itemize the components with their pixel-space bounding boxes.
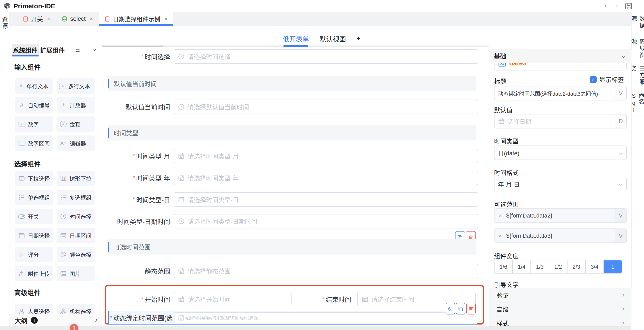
file-tab-date-example[interactable]: 日期选择组件示例 × (99, 12, 173, 26)
type-month-field[interactable]: 请选择时间类型-月 (174, 149, 478, 163)
palette-item-single-text[interactable]: A单行文本 (15, 78, 53, 94)
palette-item-auto-number[interactable]: #自动编号 (15, 97, 53, 113)
clear-icon[interactable]: × (498, 212, 502, 219)
field-label: *结束时间 (300, 292, 351, 306)
palette-item-radio-group[interactable]: 单选框组 (15, 190, 53, 205)
chevron-down-icon[interactable] (93, 48, 96, 51)
copy-field-button[interactable] (456, 303, 465, 315)
palette-section-advanced: 高级组件 (14, 287, 40, 297)
radio-group-icon (18, 194, 25, 201)
palette-item-number[interactable]: 123数字 (15, 116, 53, 132)
type-datetime-field[interactable]: 请选择时间类型-日期时间 (174, 214, 478, 228)
rail-item-resources[interactable]: 资源 (0, 12, 9, 41)
rail-item-named-sql[interactable]: 命名Sql (632, 89, 644, 116)
palette-item-currency[interactable]: ¥金额 (56, 116, 95, 132)
range-max-value: ${formData.data3} (502, 232, 615, 239)
time-type-select[interactable]: 日(date) (494, 146, 627, 160)
close-icon[interactable]: × (47, 15, 50, 22)
palette-item-color-picker[interactable]: 颜色选择 (56, 247, 95, 262)
variable-suffix-button[interactable]: V (615, 209, 626, 222)
width-option-full[interactable]: 1 (604, 260, 622, 273)
width-option-1-4[interactable]: 1/4 (513, 260, 531, 273)
dynamic-suffix-button[interactable]: D (615, 114, 626, 128)
file-tab-select[interactable]: select × (56, 12, 99, 26)
chevron-right-icon[interactable] (94, 319, 98, 322)
palette-item-label: 单行文本 (26, 82, 48, 90)
variable-suffix-button[interactable]: V (615, 86, 626, 100)
palette-item-checkbox-group[interactable]: 多选框组 (56, 190, 95, 205)
chevron-down-icon (619, 182, 622, 186)
default-time-field[interactable]: 请选择默认值当前时间 (174, 100, 478, 114)
palette-item-editor[interactable]: A≡编辑器 (56, 136, 95, 151)
inspector-header-basic[interactable]: 基础 (489, 49, 632, 63)
palette-item-time-picker[interactable]: 时间选择 (56, 209, 95, 224)
close-icon[interactable]: × (164, 15, 168, 22)
palette-item-number-range[interactable]: 1~3数字区间 (15, 136, 53, 151)
width-option-1-6[interactable]: 1/6 (494, 260, 513, 273)
width-option-1-3[interactable]: 1/3 (531, 260, 549, 273)
width-segmented-control: 1/6 1/4 1/3 1/2 2/3 3/4 1 (494, 260, 622, 274)
placeholder: 请选择开始时间 (188, 295, 230, 304)
range-min-input[interactable]: × ${formData.data2} V (494, 208, 627, 223)
placeholder: 请选择时间类型-日期时间 (188, 217, 257, 226)
palette-item-rating[interactable]: ☆评分 (15, 247, 53, 262)
info-icon[interactable]: i (31, 317, 38, 324)
title-input[interactable]: 动态绑定时间范围(选择date2-data3之间值) V (494, 86, 627, 100)
selected-field-dynamic-range[interactable]: *动态绑定时间范围(选择date2-data3之间值) 请选择动态绑定时间范围(… (108, 311, 477, 325)
nav-forward-icon[interactable] (614, 4, 618, 8)
file-tab-switch[interactable]: 开关 × (17, 12, 56, 26)
clear-icon[interactable]: × (498, 232, 502, 239)
rail-item-label: 三方服务 (630, 65, 644, 89)
delete-field-button[interactable] (466, 303, 476, 315)
app-logo-icon (3, 2, 12, 10)
star-icon: ☆ (18, 251, 26, 258)
palette-item-date-picker[interactable]: 日期选择 (15, 228, 53, 243)
left-rail: 资源 (0, 12, 10, 330)
section-validation[interactable]: 验证 (489, 288, 632, 302)
clock-icon (178, 218, 184, 224)
palette-item-tree-dropdown[interactable]: 树形下拉 (56, 171, 95, 186)
start-time-field[interactable]: 请选择开始时间 (174, 292, 292, 306)
nav-back-icon[interactable] (604, 4, 608, 8)
toggle-icon (18, 214, 25, 219)
palette-item-date-range[interactable]: 日期区间 (56, 228, 95, 243)
palette-tab-system[interactable]: 系统组件 (12, 44, 38, 56)
time-format-select[interactable]: 年-月-日 (494, 177, 627, 191)
palette-item-multi-text[interactable]: A多行文本 (56, 78, 95, 94)
file-tab-label: 日期选择组件示例 (113, 15, 160, 23)
width-option-2-3[interactable]: 2/3 (568, 260, 586, 273)
close-icon[interactable]: × (90, 15, 93, 22)
palette-menu-icon[interactable]: ☰ (75, 47, 80, 53)
field-label: 静态范围 (102, 264, 170, 278)
width-option-1-2[interactable]: 1/2 (549, 260, 567, 273)
dynamic-range-field[interactable]: 请选择动态绑定时间范围(选择开始-结束之间值) (174, 312, 476, 323)
outline-bar[interactable]: 大纲 i (10, 314, 102, 327)
palette-item-dropdown[interactable]: 下拉选择 (15, 171, 53, 186)
rail-item-datasource[interactable]: 数据源 (632, 12, 644, 35)
placeholder: 请选择时间类型-年 (188, 173, 239, 182)
palette-item-image[interactable]: 图片 (56, 266, 95, 281)
default-value-input[interactable]: 选择日期 D (494, 114, 627, 129)
title-bar: Primeton-IDE (0, 0, 644, 12)
group-header-selectable-range: 可选时间范围 (108, 239, 476, 255)
palette-tab-extended[interactable]: 扩展组件 (40, 44, 65, 56)
chevron-down-icon[interactable] (622, 54, 626, 58)
palette-item-counter[interactable]: ±计数器 (56, 97, 95, 113)
width-option-3-4[interactable]: 3/4 (586, 260, 604, 273)
palette-item-attachment-upload[interactable]: 附件上传 (15, 266, 53, 281)
time-picker-field[interactable]: 请选择时间选择 (174, 49, 478, 64)
save-icon[interactable] (625, 2, 632, 10)
bottom-scrollbar-strip[interactable] (0, 327, 631, 330)
palette-item-switch[interactable]: 开关 (15, 209, 53, 224)
chevron-right-icon (621, 308, 625, 311)
field-settings-button[interactable] (446, 303, 455, 315)
type-day-field[interactable]: 请选择时间类型-日 (174, 192, 478, 207)
variable-suffix-button[interactable]: V (615, 229, 626, 242)
rail-item-offline-resources[interactable]: 离线资源 (632, 35, 644, 62)
rail-item-thirdparty-services[interactable]: 三方服务 (632, 62, 644, 89)
type-year-field[interactable]: 请选择时间类型-年 (174, 171, 478, 185)
checkbox-checked-icon[interactable]: ✓ (590, 76, 597, 83)
static-range-field[interactable]: 请选择静态范围 (174, 264, 478, 278)
range-max-input[interactable]: × ${formData.data3} V (494, 228, 627, 243)
section-advanced[interactable]: 高级 (489, 302, 632, 316)
